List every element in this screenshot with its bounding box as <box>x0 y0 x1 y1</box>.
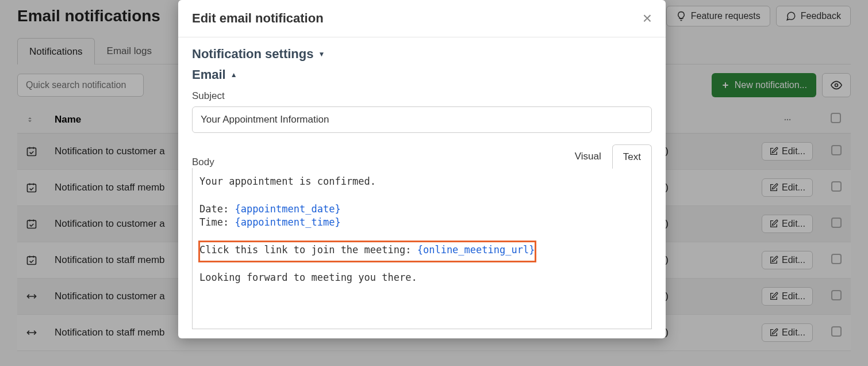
email-section-label: Email <box>192 67 226 82</box>
body-line: Your appointment is confirmed. <box>199 176 376 187</box>
modal-title: Edit email notification <box>192 11 324 26</box>
edit-notification-modal: Edit email notification × Notification s… <box>178 0 666 338</box>
close-icon[interactable]: × <box>643 10 652 26</box>
notification-settings-label: Notification settings <box>192 47 313 62</box>
body-line: Click this link to join the meeting: <box>199 244 417 256</box>
caret-up-icon: ▲ <box>231 71 237 79</box>
body-line: Time: <box>199 216 235 228</box>
body-line: Date: <box>199 203 235 215</box>
token-appointment-time: {appointment_time} <box>235 216 340 228</box>
notification-settings-section[interactable]: Notification settings ▼ <box>192 47 652 62</box>
caret-down-icon: ▼ <box>318 50 325 58</box>
body-label: Body <box>192 157 214 168</box>
email-section[interactable]: Email ▲ <box>192 67 652 82</box>
body-line: Looking forward to meeting you there. <box>199 272 417 283</box>
subject-input[interactable] <box>192 106 652 133</box>
token-appointment-date: {appointment_date} <box>235 203 340 215</box>
body-editor[interactable]: Your appointment is confirmed. Date: {ap… <box>192 168 652 329</box>
body-tab-text[interactable]: Text <box>612 144 652 169</box>
body-tab-visual[interactable]: Visual <box>564 144 612 168</box>
subject-label: Subject <box>192 90 652 102</box>
token-online-meeting-url: {online_meeting_url} <box>417 244 535 256</box>
